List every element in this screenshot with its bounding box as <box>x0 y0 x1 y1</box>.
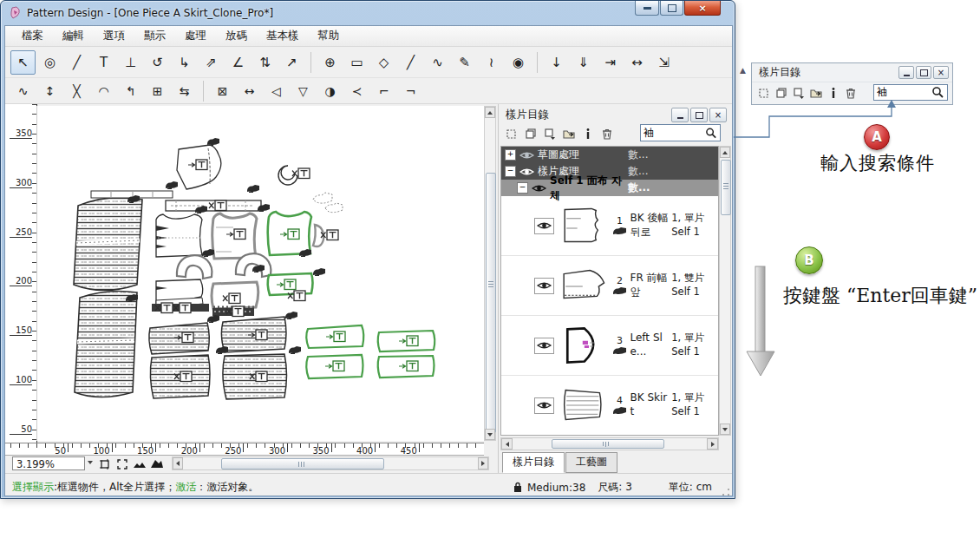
scroll-up-button[interactable] <box>720 147 730 158</box>
mini-restore-button[interactable] <box>916 66 931 79</box>
shield-dart-tool-icon[interactable]: ◑ <box>317 80 343 102</box>
list-item-left-sleeve[interactable]: 3 Left Sle... 1, 單片Self 1 <box>501 316 718 376</box>
trim-tool-icon[interactable]: ⊥ <box>118 50 143 75</box>
menu-item-5[interactable]: 放碼 <box>218 27 255 45</box>
canvas-hscroll-thumb[interactable] <box>221 458 384 469</box>
menu-item-1[interactable]: 編輯 <box>55 27 92 45</box>
corner-line2-tool-icon[interactable]: ¬ <box>398 80 423 102</box>
menu-item-2[interactable]: 選項 <box>95 27 133 45</box>
arc-tool-icon[interactable]: ≀ <box>479 50 504 75</box>
dimension-tool-icon[interactable]: ↔ <box>237 80 262 102</box>
tree-row-sketch[interactable]: + 草圖處理 數... <box>501 147 718 163</box>
spread-tool-icon[interactable]: ≺ <box>344 80 369 102</box>
menu-item-6[interactable]: 基本樣 <box>258 27 307 45</box>
canvas-horizontal-scrollbar[interactable] <box>172 456 489 470</box>
menu-item-3[interactable]: 顯示 <box>136 27 173 45</box>
list-item-fr-front[interactable]: 2 FR 前幅앞 1, 雙片Self 1 <box>501 256 718 316</box>
list-item-bk-skirt[interactable]: 4 BK Skirt 1, 單片Self 1 <box>501 376 718 436</box>
grid-point-tool-icon[interactable]: ⇲ <box>651 50 676 75</box>
menu-item-4[interactable]: 處理 <box>177 27 214 45</box>
delete-icon[interactable] <box>598 125 617 142</box>
zoom-level-box[interactable]: 3.199% <box>12 456 85 470</box>
point-down-tool-icon[interactable]: ↓ <box>544 50 569 75</box>
point-cross-tool-icon[interactable]: ⇓ <box>571 50 596 75</box>
curve-tool-icon[interactable]: ∿ <box>425 50 450 75</box>
visibility-eye-icon[interactable] <box>534 278 554 294</box>
list-vscroll-thumb[interactable] <box>721 160 731 215</box>
dart-arc-tool-icon[interactable]: ◠ <box>91 80 116 102</box>
corner-move-tool-icon[interactable]: ↰ <box>118 80 143 102</box>
expander-icon[interactable]: − <box>505 166 516 177</box>
polygon-tool-icon[interactable]: ◇ <box>371 50 396 75</box>
search-icon[interactable] <box>705 127 717 140</box>
new-piece-icon[interactable] <box>502 125 521 142</box>
adjust-point-tool-icon[interactable]: ⇅ <box>252 50 278 75</box>
copy-move-tool-icon[interactable]: ⇗ <box>199 50 224 75</box>
visibility-eye-icon[interactable] <box>534 397 554 414</box>
angle-tool-icon[interactable]: ∠ <box>225 50 251 75</box>
copy-icon[interactable] <box>521 125 540 142</box>
preview-large-icon[interactable] <box>149 456 165 471</box>
pen-edit-tool-icon[interactable]: ✎ <box>452 50 477 75</box>
scroll-left-button[interactable] <box>501 438 513 450</box>
rectangle-tool-icon[interactable]: ▭ <box>344 50 369 75</box>
menu-item-7[interactable]: 幫助 <box>310 27 348 45</box>
visibility-eye-icon[interactable] <box>519 150 534 161</box>
visibility-eye-icon[interactable] <box>534 338 554 354</box>
list-item-bk-back[interactable]: 1 BK 後幅뒤로 1, 單片Self 1 <box>501 196 718 256</box>
curve-smooth-tool-icon[interactable]: ∿ <box>10 80 36 102</box>
cross-cut-tool-icon[interactable]: ╳ <box>64 80 89 102</box>
visibility-eye-icon[interactable] <box>519 167 534 177</box>
grid-split-tool-icon[interactable]: ⊞ <box>145 80 170 102</box>
preview-small-icon[interactable] <box>132 456 147 471</box>
canvas-vscroll-thumb[interactable] <box>486 173 496 433</box>
resize-grip[interactable] <box>722 488 730 496</box>
target-tool-icon[interactable]: ◉ <box>506 50 531 75</box>
circle-tool-icon[interactable]: ⊕ <box>317 50 343 75</box>
canvas-vertical-scrollbar[interactable] <box>484 106 496 441</box>
tab-pattern-list[interactable]: 樣片目錄 <box>502 452 565 473</box>
scroll-right-button[interactable] <box>478 457 488 469</box>
notch-left-tool-icon[interactable]: ◁ <box>264 80 289 102</box>
scroll-down-button[interactable] <box>720 424 730 435</box>
titlebar[interactable]: Pattern Design - [One Piece A Skirt_Clon… <box>1 1 735 25</box>
search-input[interactable] <box>641 127 705 139</box>
pattern-canvas[interactable] <box>36 106 485 441</box>
mini-close-button[interactable]: × <box>933 66 949 79</box>
point-horizontal-tool-icon[interactable]: ↔ <box>624 50 650 75</box>
zoom-tool-icon[interactable]: ◎ <box>37 50 62 75</box>
list-hscroll-thumb[interactable] <box>552 439 664 449</box>
mirror-tool-icon[interactable]: ⊠ <box>210 80 235 102</box>
scroll-left-button[interactable] <box>173 457 183 469</box>
text-tool-icon[interactable]: T <box>91 50 116 75</box>
panel-minimize-button[interactable] <box>671 108 689 122</box>
drag-point-tool-icon[interactable]: ↗ <box>279 50 304 75</box>
frame-select-icon[interactable] <box>97 456 113 471</box>
expander-icon[interactable]: − <box>517 182 528 194</box>
corner-line-tool-icon[interactable]: ⌐ <box>371 80 396 102</box>
move-xy-tool-icon[interactable]: ↳ <box>172 50 197 75</box>
vertical-spread-tool-icon[interactable]: ↕ <box>37 80 62 102</box>
minimize-button[interactable] <box>635 1 659 16</box>
panel-restore-button[interactable] <box>690 108 708 122</box>
point-right-tool-icon[interactable]: ⇥ <box>598 50 623 75</box>
swap-tool-icon[interactable]: ⇆ <box>172 80 197 102</box>
scroll-right-button[interactable] <box>707 438 718 450</box>
panel-search-box[interactable] <box>640 124 721 141</box>
list-horizontal-scrollbar[interactable] <box>500 437 719 450</box>
select-tool-icon[interactable]: ↖ <box>10 50 36 75</box>
restore-button[interactable] <box>660 1 683 16</box>
menu-item-0[interactable]: 檔案 <box>14 27 51 45</box>
copy-options-icon[interactable] <box>540 125 559 142</box>
close-button[interactable]: × <box>684 1 721 16</box>
zoom-dropdown-icon[interactable] <box>88 461 93 464</box>
list-vertical-scrollbar[interactable] <box>719 146 731 436</box>
export-icon[interactable] <box>559 125 578 142</box>
info-icon[interactable] <box>578 125 598 142</box>
visibility-eye-icon[interactable] <box>532 183 546 194</box>
scroll-up-button[interactable] <box>485 107 495 118</box>
scroll-down-button[interactable] <box>485 429 495 440</box>
rotate-tool-icon[interactable]: ↺ <box>145 50 170 75</box>
visibility-eye-icon[interactable] <box>534 218 554 234</box>
fit-view-icon[interactable] <box>114 456 130 471</box>
